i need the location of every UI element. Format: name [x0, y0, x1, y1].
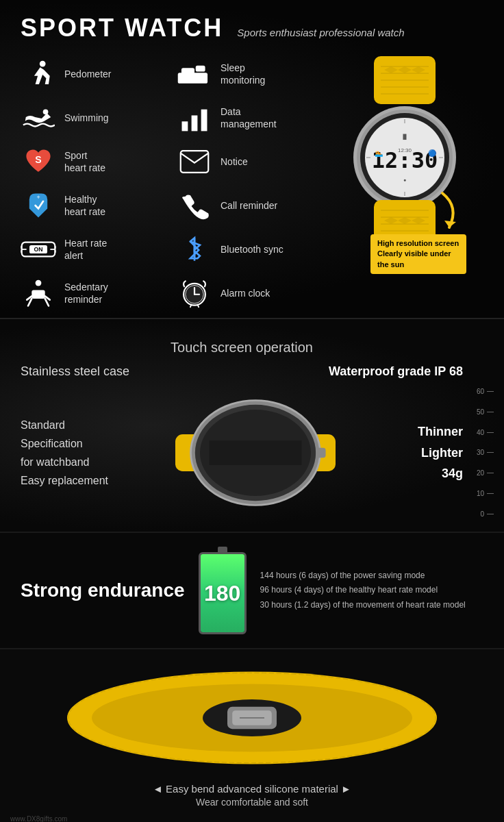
swimming-label: Swimming — [64, 112, 109, 124]
feature-swimming: Swimming — [21, 100, 170, 136]
sedentary-reminder-icon — [21, 275, 56, 311]
watch-svg: 12:30 12:30 🏊 🔵 ▐▌ ● — [336, 56, 473, 248]
svg-rect-12 — [182, 121, 188, 131]
ruler: 60 50 40 30 20 — [466, 384, 494, 521]
ruler-mark-20: 20 — [477, 469, 494, 477]
watch-display: 12:30 12:30 🏊 🔵 ▐▌ ● — [326, 56, 483, 311]
features-left: Pedometer Swimming — [21, 56, 170, 311]
feature-bluetooth-sync: Bluetooth sync — [177, 232, 326, 267]
healthy-heart-rate-label: Healthyheart rate — [64, 193, 105, 218]
ruler-label-10: 10 — [477, 490, 484, 497]
battery-number: 180 — [204, 581, 240, 606]
sub-title: Sports enthusiast professional watch — [237, 27, 404, 38]
bottom-section: ◄ Easy bend advanced silicone material ►… — [0, 649, 504, 822]
svg-text:S: S — [35, 154, 41, 165]
svg-rect-14 — [201, 110, 207, 132]
battery-section: Strong endurance 180 144 hours (6 days) … — [0, 533, 504, 648]
ruler-label-40: 40 — [477, 429, 484, 436]
svg-text:●: ● — [403, 177, 406, 182]
svg-text:🏊: 🏊 — [375, 149, 383, 158]
ruler-label-0: 0 — [480, 510, 484, 518]
silicone-label2: Wear comfortable and soft — [0, 797, 504, 808]
feature-sedentary-reminder: Sedentaryreminder — [21, 275, 170, 311]
feature-healthy-heart-rate: + Healthyheart rate — [21, 188, 170, 223]
ruler-mark-0: 0 — [480, 510, 494, 518]
alarm-clock-label: Alarm clock — [220, 287, 270, 299]
notice-label: Notice — [220, 155, 248, 168]
feature-data-management: Datamanagement — [177, 100, 326, 136]
silicone-label1: ◄ Easy bend advanced silicone material ► — [0, 783, 504, 795]
ruler-mark-40: 40 — [477, 429, 494, 436]
pedometer-icon — [21, 56, 56, 92]
header: SPORT WATCH Sports enthusiast profession… — [21, 14, 483, 42]
sleep-monitoring-icon — [177, 56, 212, 92]
waterproof-label: Waterproof grade IP 68 — [329, 364, 463, 379]
svg-rect-15 — [181, 151, 208, 173]
sport-heart-rate-icon: S — [21, 144, 56, 179]
thinner-lighter-text: ThinnerLighter34g — [394, 421, 463, 484]
highlight-line2: Clearly visible under the sun — [377, 249, 451, 268]
svg-point-7 — [36, 280, 42, 286]
ruler-mark-10: 10 — [477, 490, 494, 497]
thinner-lighter-label: ThinnerLighter34g — [394, 421, 463, 484]
touch-screen-text: Touch screen operation — [21, 329, 463, 359]
healthy-heart-rate-icon: + — [21, 188, 56, 223]
band-svg — [12, 656, 492, 780]
feature-notice: Notice — [177, 144, 326, 179]
standard-spec-label: StandardSpecificationfor watchbandEasy r… — [21, 416, 116, 490]
battery-graphic: 180 — [199, 547, 247, 634]
svg-rect-8 — [32, 290, 45, 299]
call-reminder-label: Call reminder — [220, 199, 277, 212]
battery-body: 180 — [199, 552, 247, 634]
highlight-line1: High resolution screen — [377, 239, 459, 247]
battery-info-2: 96 hours (4 days) of the healthy heart r… — [260, 583, 466, 598]
swimming-icon — [21, 100, 56, 136]
svg-rect-13 — [192, 115, 198, 131]
watch-side-row: StandardSpecificationfor watchbandEasy r… — [21, 384, 463, 521]
call-reminder-icon — [177, 188, 212, 223]
feature-call-reminder: Call reminder — [177, 188, 326, 223]
sport-heart-rate-label: Sportheart rate — [64, 149, 105, 174]
svg-rect-11 — [196, 66, 205, 72]
svg-point-0 — [40, 61, 46, 67]
svg-rect-10 — [181, 68, 194, 75]
sedentary-reminder-label: Sedentaryreminder — [64, 281, 108, 306]
data-management-icon — [177, 100, 212, 136]
heart-rate-alert-icon: ON — [21, 232, 56, 267]
ruler-label-50: 50 — [477, 408, 484, 416]
battery-info: 144 hours (6 days) of the power saving m… — [260, 569, 466, 613]
feature-pedometer: Pedometer — [21, 56, 170, 92]
main-title: SPORT WATCH — [21, 14, 223, 42]
specs-row-1: Stainless steel case Waterproof grade IP… — [21, 359, 463, 384]
svg-text:🔵: 🔵 — [428, 149, 437, 158]
pedometer-label: Pedometer — [64, 68, 111, 80]
svg-rect-55 — [316, 448, 325, 458]
svg-marker-47 — [444, 221, 456, 227]
highlight-box: High resolution screen Clearly visible u… — [370, 234, 466, 274]
ruler-mark-50: 50 — [477, 408, 494, 416]
battery-fill: 180 — [201, 554, 244, 632]
top-section: SPORT WATCH Sports enthusiast profession… — [0, 0, 504, 318]
svg-text:ON: ON — [34, 246, 43, 253]
feature-alarm-clock: Alarm clock — [177, 275, 326, 311]
bluetooth-sync-label: Bluetooth sync — [220, 243, 284, 256]
feature-heart-rate-alert: ON Heart ratealert — [21, 232, 170, 267]
standard-spec-text: StandardSpecificationfor watchbandEasy r… — [21, 416, 116, 490]
ruler-label-30: 30 — [477, 449, 484, 456]
battery-info-1: 144 hours (6 days) of the power saving m… — [260, 569, 466, 584]
ruler-label-20: 20 — [477, 469, 484, 477]
ruler-mark-30: 30 — [477, 449, 494, 456]
ruler-mark-60: 60 — [477, 388, 494, 395]
ruler-label-60: 60 — [477, 388, 484, 395]
feature-sleep-monitoring: Sleepmonitoring — [177, 56, 326, 92]
watch-side-svg — [160, 391, 351, 514]
features-watch-container: Pedometer Swimming — [21, 56, 483, 311]
sleep-monitoring-label: Sleepmonitoring — [220, 62, 265, 86]
battery-info-3: 30 hours (1.2 days) of the movement of h… — [260, 598, 466, 613]
battery-tip — [218, 547, 227, 552]
alarm-clock-icon — [177, 275, 212, 311]
svg-rect-53 — [210, 440, 302, 465]
bluetooth-sync-icon — [177, 232, 212, 267]
watch-side-container — [116, 391, 394, 514]
mid-section: Touch screen operation Stainless steel c… — [0, 319, 504, 532]
